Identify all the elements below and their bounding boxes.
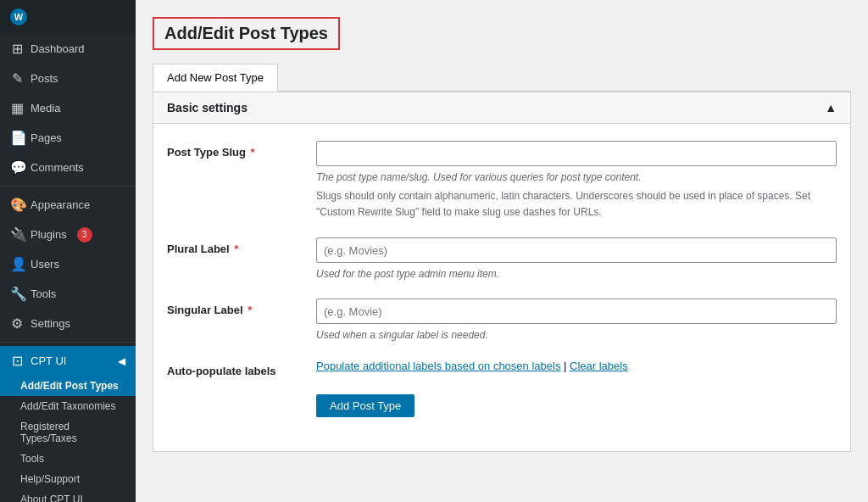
auto-populate-separator: | — [564, 360, 570, 372]
required-marker: * — [245, 304, 253, 316]
post-type-slug-content: The post type name/slug. Used for variou… — [316, 141, 837, 220]
tabs-bar: Add New Post Type — [153, 64, 851, 92]
sidebar-sub-add-edit-post-types[interactable]: Add/Edit Post Types — [0, 376, 136, 396]
basic-settings-panel: Basic settings ▲ Post Type Slug * The po… — [153, 92, 851, 452]
sidebar-item-media[interactable]: ▦ Media — [0, 93, 136, 123]
panel-header: Basic settings ▲ — [153, 92, 850, 124]
sidebar-cpt-ui-label: CPT UI — [31, 354, 66, 367]
media-icon: ▦ — [10, 100, 24, 116]
add-post-type-button[interactable]: Add Post Type — [316, 394, 415, 417]
cpt-ui-submenu: Add/Edit Post Types Add/Edit Taxonomies … — [0, 376, 136, 502]
required-marker: * — [231, 243, 239, 255]
sidebar-item-plugins[interactable]: 🔌 Plugins 3 — [0, 220, 136, 249]
appearance-icon: 🎨 — [10, 197, 24, 213]
auto-populate-content: Populate additional labels based on chos… — [316, 360, 837, 372]
post-type-slug-row: Post Type Slug * The post type name/slug… — [167, 141, 837, 220]
populate-labels-link[interactable]: Populate additional labels based on chos… — [316, 360, 560, 372]
plugins-icon: 🔌 — [10, 226, 24, 243]
submit-row: Add Post Type — [167, 394, 837, 417]
plugins-badge: 3 — [77, 227, 92, 243]
wp-logo-icon: W — [10, 8, 27, 25]
collapse-cpt-icon: ◀ — [118, 355, 125, 367]
sidebar-sub-registered-types[interactable]: Registered Types/Taxes — [0, 416, 136, 449]
sidebar-sub-add-edit-taxonomies[interactable]: Add/Edit Taxonomies — [0, 396, 136, 416]
sidebar-item-settings[interactable]: ⚙ Settings — [0, 309, 136, 338]
singular-label-input[interactable] — [316, 298, 837, 324]
singular-label-label: Singular Label * — [167, 298, 303, 316]
collapse-toggle[interactable]: ▲ — [825, 101, 837, 114]
auto-populate-row: Auto-populate labels Populate additional… — [167, 360, 837, 377]
post-type-slug-help-main: Slugs should only contain alphanumeric, … — [316, 188, 837, 220]
sidebar-item-users[interactable]: 👤 Users — [0, 249, 136, 279]
users-icon: 👤 — [10, 256, 24, 272]
panel-title: Basic settings — [167, 101, 248, 114]
plural-label-help: Used for the post type admin menu item. — [316, 266, 837, 282]
settings-icon: ⚙ — [10, 315, 24, 332]
post-type-slug-help-italic: The post type name/slug. Used for variou… — [316, 170, 837, 185]
main-content: Add/Edit Post Types Add New Post Type Ba… — [136, 0, 868, 502]
sidebar-item-label: Appearance — [31, 198, 90, 211]
tab-add-new-post-type[interactable]: Add New Post Type — [153, 64, 278, 92]
plural-label-input[interactable] — [316, 237, 837, 263]
sidebar-divider-2 — [0, 342, 136, 343]
sidebar-item-label: Media — [31, 102, 60, 114]
singular-label-row: Singular Label * Used when a singular la… — [167, 298, 837, 343]
content-area: Add/Edit Post Types Add New Post Type Ba… — [136, 0, 868, 502]
sidebar-sub-help-support[interactable]: Help/Support — [0, 469, 136, 489]
sidebar-item-label: Tools — [31, 287, 56, 300]
auto-populate-label: Auto-populate labels — [167, 360, 303, 377]
sidebar-item-comments[interactable]: 💬 Comments — [0, 153, 136, 182]
sidebar: W ⊞ Dashboard ✎ Posts ▦ Media 📄 Pages 💬 … — [0, 0, 136, 502]
cpt-ui-icon: ⊡ — [10, 353, 24, 369]
sidebar-item-label: Settings — [31, 317, 70, 330]
sidebar-item-label: Posts — [31, 72, 58, 85]
sidebar-item-label: Comments — [31, 161, 84, 174]
sidebar-logo: W — [0, 0, 136, 34]
sidebar-item-posts[interactable]: ✎ Posts — [0, 64, 136, 93]
clear-labels-link[interactable]: Clear labels — [570, 360, 628, 372]
panel-body: Post Type Slug * The post type name/slug… — [153, 124, 850, 451]
singular-label-help: Used when a singular label is needed. — [316, 327, 837, 343]
sidebar-item-label: Pages — [31, 131, 62, 144]
sidebar-divider — [0, 186, 136, 187]
dashboard-icon: ⊞ — [10, 41, 24, 57]
plural-label-content: Used for the post type admin menu item. — [316, 237, 837, 282]
required-marker: * — [248, 146, 255, 159]
sidebar-sub-about-cpt-ui[interactable]: About CPT UI — [0, 489, 136, 502]
singular-label-content: Used when a singular label is needed. — [316, 298, 837, 343]
sidebar-item-dashboard[interactable]: ⊞ Dashboard — [0, 34, 136, 64]
plural-label-row: Plural Label * Used for the post type ad… — [167, 237, 837, 282]
sidebar-sub-tools[interactable]: Tools — [0, 449, 136, 469]
post-type-slug-input[interactable] — [316, 141, 837, 166]
sidebar-item-pages[interactable]: 📄 Pages — [0, 123, 136, 153]
plural-label-label: Plural Label * — [167, 237, 303, 255]
page-title: Add/Edit Post Types — [153, 17, 340, 50]
sidebar-item-appearance[interactable]: 🎨 Appearance — [0, 190, 136, 220]
posts-icon: ✎ — [10, 70, 24, 86]
pages-icon: 📄 — [10, 130, 24, 146]
sidebar-item-label: Plugins — [31, 228, 67, 241]
comments-icon: 💬 — [10, 159, 24, 176]
tools-icon: 🔧 — [10, 286, 24, 302]
post-type-slug-label: Post Type Slug * — [167, 141, 303, 159]
sidebar-item-label: Users — [31, 258, 59, 271]
sidebar-item-tools[interactable]: 🔧 Tools — [0, 279, 136, 309]
sidebar-item-label: Dashboard — [31, 42, 85, 55]
sidebar-item-cpt-ui[interactable]: ⊡ CPT UI ◀ — [0, 346, 136, 376]
